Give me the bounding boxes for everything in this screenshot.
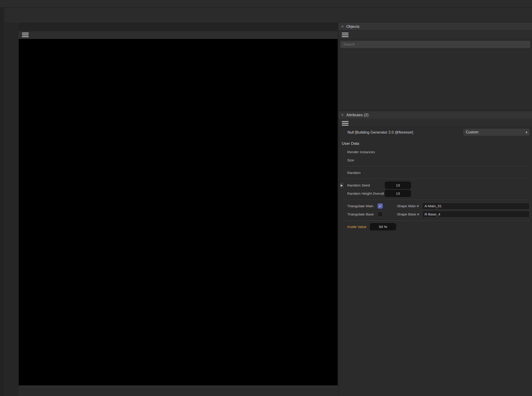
render-instances-label: Render Instances (347, 150, 378, 154)
objects-header: × Objects (338, 23, 532, 30)
triangulate-main-label: Triangulate Main (347, 204, 378, 208)
viewport-menubar (19, 31, 338, 39)
inside-value-row: Inside Value 50 % (338, 223, 532, 231)
objects-manager: × Objects (338, 23, 532, 110)
viewport-panel (19, 23, 338, 396)
preset-dropdown[interactable]: Custom (463, 129, 530, 136)
selected-object-label: Null [Building Generator 2.0 @florenoir] (348, 130, 413, 134)
mode-sidebar (4, 23, 19, 396)
divider (343, 166, 529, 167)
main-menubar (0, 0, 532, 7)
main-toolbar (0, 8, 532, 23)
cinema4d-window: × Objects × Attributes (2) Null [Buildin… (0, 0, 532, 396)
triangulate-base-label: Triangulate Base (347, 212, 378, 216)
objects-search[interactable] (340, 41, 530, 48)
timeline-ruler[interactable] (19, 386, 338, 396)
shape-main-field[interactable]: A-Main_01 (422, 203, 530, 210)
objects-menubar (338, 30, 532, 39)
random-seed-field[interactable]: 13 (385, 182, 411, 189)
random-height-row: Random Height Overall 13 (338, 190, 532, 197)
triangulate-main-row: Triangulate Main ✓ Shape Main # A-Main_0… (338, 202, 532, 210)
shape-base-field[interactable]: R-Base_4 (422, 211, 530, 218)
triangulate-base-checkbox[interactable] (378, 212, 383, 217)
divider (343, 179, 529, 179)
objects-title: Objects (346, 24, 360, 29)
viewport-canvas[interactable] (19, 39, 338, 385)
random-seed-row: ▶ Random Seed 13 (338, 181, 532, 189)
attributes-menubar (338, 119, 532, 128)
expander-icon[interactable]: ▶ (340, 183, 343, 188)
inside-value-slider[interactable] (399, 223, 530, 230)
attribute-manager: × Attributes (2) Null [Building Generato… (338, 111, 532, 396)
size-label: Size (347, 158, 378, 162)
objects-menu-icon[interactable] (342, 33, 349, 37)
triangulate-main-checkbox[interactable]: ✓ (378, 203, 383, 209)
attribute-tabs (338, 137, 532, 140)
shape-main-label: Shape Main # (397, 204, 422, 208)
divider (343, 199, 529, 200)
null-object-icon (341, 130, 345, 134)
search-input[interactable] (340, 42, 530, 47)
random-height-slider[interactable] (414, 190, 530, 197)
inside-value-field[interactable]: 50 % (370, 223, 396, 230)
close-icon[interactable]: × (338, 113, 346, 117)
selected-object-row: Null [Building Generator 2.0 @florenoir]… (338, 128, 532, 137)
random-height-field[interactable]: 13 (385, 190, 411, 197)
size-row: Size (338, 156, 532, 164)
attributes-title: Attributes (2) (346, 113, 368, 117)
viewport-menu-icon[interactable] (22, 33, 29, 37)
render-instances-row: Render Instances (338, 148, 532, 156)
shape-base-label: Shape Base # (397, 212, 422, 216)
random-height-label: Random Height Overall (347, 192, 385, 196)
user-data-section-title: User Data (338, 140, 532, 148)
triangulate-base-row: Triangulate Base Shape Base # R-Base_4 (338, 210, 532, 218)
attributes-menu-icon[interactable] (342, 121, 349, 126)
divider (343, 220, 529, 221)
inside-value-label: Inside Value (347, 225, 370, 229)
random-seed-label: Random Seed (347, 183, 385, 187)
close-icon[interactable]: × (338, 24, 346, 29)
palette-drag-handle[interactable] (0, 8, 4, 396)
viewport-tabs (19, 23, 338, 31)
attributes-header: × Attributes (2) (338, 111, 532, 119)
random-row: Random (338, 169, 532, 176)
random-label: Random (347, 171, 378, 175)
